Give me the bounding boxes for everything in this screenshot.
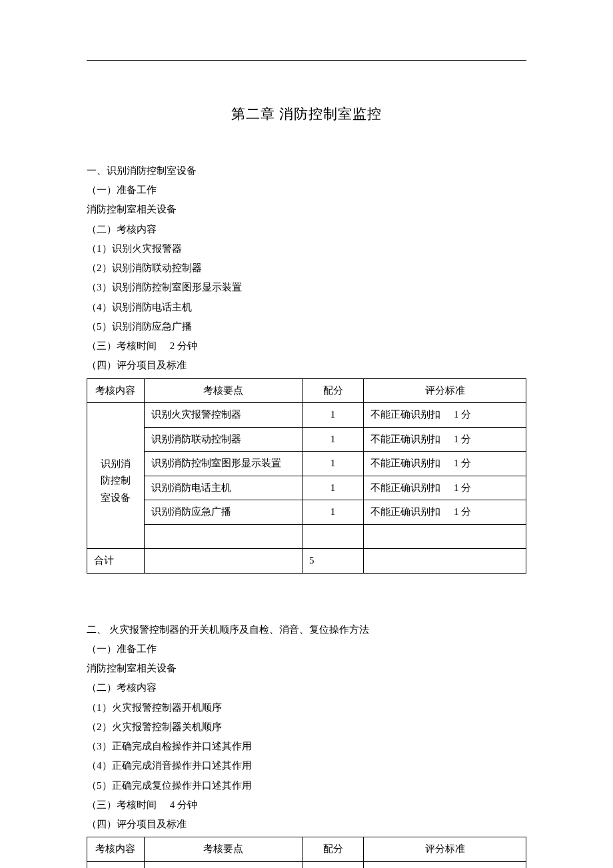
s2-heading: 二、 火灾报警控制器的开关机顺序及自检、消音、复位操作方法 <box>87 620 526 640</box>
s1-time-value: 2 分钟 <box>159 336 197 356</box>
th-point: 考核要点 <box>144 837 302 862</box>
empty-group-cell <box>87 861 145 868</box>
s1-std-label: （四）评分项目及标准 <box>87 356 526 375</box>
empty-cell <box>302 524 363 549</box>
s2-item-2: （2）火灾报警控制器关机顺序 <box>87 717 526 737</box>
std-suffix: 1 分 <box>443 504 471 521</box>
th-std: 评分标准 <box>364 378 526 403</box>
table-row: 识别消防电话主机 1 不能正确识别扣 1 分 <box>87 476 526 500</box>
s2-time-prefix: （三）考核时间 <box>87 799 157 810</box>
s1-time: （三）考核时间 2 分钟 <box>87 336 526 356</box>
s2-table: 考核内容 考核要点 配分 评分标准 火灾报警控制器开机顺序正确，先主电开关、后备… <box>87 837 526 868</box>
table-header-row: 考核内容 考核要点 配分 评分标准 <box>87 837 526 862</box>
score-cell: 1 <box>302 452 363 476</box>
group-cell: 识别消 防控制 室设备 <box>87 403 145 549</box>
s2-time-value: 4 分钟 <box>159 795 197 815</box>
std-suffix: 1 分 <box>443 455 471 472</box>
point-cell: 识别消防电话主机 <box>144 476 302 500</box>
std-suffix: 1 分 <box>443 480 471 497</box>
s2-item-4: （4）正确完成消音操作并口述其作用 <box>87 756 526 775</box>
th-point: 考核要点 <box>144 378 302 403</box>
s1-prep-text: 消防控制室相关设备 <box>87 200 526 219</box>
table-row-empty <box>87 524 526 549</box>
group-line1: 识别消 <box>101 458 131 469</box>
s1-content-label: （二）考核内容 <box>87 220 526 239</box>
empty-cell <box>364 549 526 574</box>
std-prefix: 不能正确识别扣 <box>370 409 440 420</box>
table-row-sum: 合计 5 <box>87 549 526 574</box>
table-row: 火灾报警控制器开机顺序正确，先主电开关、后备电开关最后控制器开关 1 不能按正确… <box>87 861 526 868</box>
empty-cell <box>364 524 526 549</box>
point-cell: 识别消防应急广播 <box>144 500 302 525</box>
table-row: 识别消防联动控制器 1 不能正确识别扣 1 分 <box>87 427 526 452</box>
s1-item-4: （4）识别消防电话主机 <box>87 298 526 317</box>
s2-item-1: （1）火灾报警控制器开机顺序 <box>87 698 526 717</box>
std-cell: 不能正确识别扣 1 分 <box>364 403 526 428</box>
table-header-row: 考核内容 考核要点 配分 评分标准 <box>87 378 526 403</box>
th-score: 配分 <box>302 837 363 862</box>
empty-cell <box>144 549 302 574</box>
s1-table: 考核内容 考核要点 配分 评分标准 识别消 防控制 室设备 识别火灾报警控制器 … <box>87 378 526 574</box>
score-cell: 1 <box>302 500 363 525</box>
std-cell: 不能正确识别扣 1 分 <box>364 476 526 500</box>
table-row: 识别消防控制室图形显示装置 1 不能正确识别扣 1 分 <box>87 452 526 476</box>
s1-prep-label: （一）准备工作 <box>87 181 526 200</box>
sum-label-cell: 合计 <box>87 549 145 574</box>
s2-prep-text: 消防控制室相关设备 <box>87 659 526 678</box>
score-cell: 1 <box>302 476 363 500</box>
group-line3: 室设备 <box>101 492 131 503</box>
table-row: 识别消防应急广播 1 不能正确识别扣 1 分 <box>87 500 526 525</box>
s2-time: （三）考核时间 4 分钟 <box>87 795 526 815</box>
point-cell: 识别消防控制室图形显示装置 <box>144 452 302 476</box>
th-content: 考核内容 <box>87 378 145 403</box>
s2-std-label: （四）评分项目及标准 <box>87 815 526 834</box>
s1-time-prefix: （三）考核时间 <box>87 340 157 351</box>
std-suffix: 1 分 <box>443 406 471 424</box>
th-score: 配分 <box>302 378 363 403</box>
std-prefix: 不能正确识别扣 <box>370 482 440 493</box>
std-cell: 不能正确识别扣 1 分 <box>364 500 526 525</box>
point-cell: 识别火灾报警控制器 <box>144 403 302 428</box>
score-cell: 1 <box>302 861 363 868</box>
s1-heading: 一、识别消防控制室设备 <box>87 161 526 181</box>
std-cell: 不能正确识别扣 1 分 <box>364 452 526 476</box>
s2-content-label: （二）考核内容 <box>87 678 526 697</box>
s1-item-2: （2）识别消防联动控制器 <box>87 258 526 278</box>
s1-item-5: （5）识别消防应急广播 <box>87 317 526 336</box>
std-cell: 不能正确识别扣 1 分 <box>364 427 526 452</box>
s2-item-3: （3）正确完成自检操作并口述其作用 <box>87 737 526 756</box>
score-cell: 1 <box>302 403 363 428</box>
sum-value-cell: 5 <box>302 549 363 574</box>
table-row: 识别消 防控制 室设备 识别火灾报警控制器 1 不能正确识别扣 1 分 <box>87 403 526 428</box>
top-rule <box>87 60 526 61</box>
std-prefix: 不能正确识别扣 <box>370 458 440 468</box>
std-prefix: 不能正确识别扣 <box>370 506 440 517</box>
th-content: 考核内容 <box>87 837 145 862</box>
s2-item-5: （5）正确完成复位操作并口述其作用 <box>87 776 526 795</box>
s1-item-1: （1）识别火灾报警器 <box>87 239 526 258</box>
s2-prep-label: （一）准备工作 <box>87 640 526 659</box>
group-line2: 防控制 <box>101 475 131 486</box>
std-cell: 不能按正确顺序开机扣 1 分 <box>364 861 526 868</box>
empty-cell <box>144 524 302 549</box>
chapter-title: 第二章 消防控制室监控 <box>87 101 526 128</box>
score-cell: 1 <box>302 427 363 452</box>
point-cell: 火灾报警控制器开机顺序正确，先主电开关、后备电开关最后控制器开关 <box>144 861 302 868</box>
std-suffix: 1 分 <box>443 431 471 448</box>
th-std: 评分标准 <box>364 837 526 862</box>
point-cell: 识别消防联动控制器 <box>144 427 302 452</box>
s1-item-3: （3）识别消防控制室图形显示装置 <box>87 278 526 297</box>
std-prefix: 不能正确识别扣 <box>370 434 440 444</box>
